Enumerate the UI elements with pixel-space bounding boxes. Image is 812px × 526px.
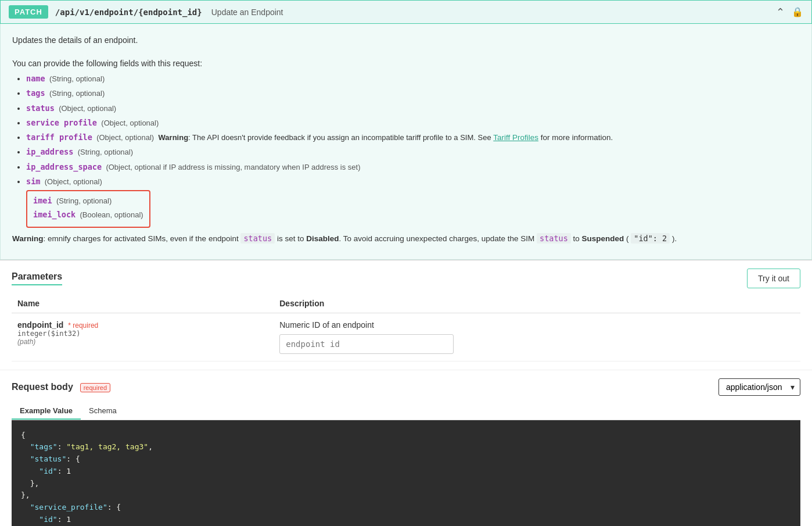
param-required: * required — [68, 321, 98, 330]
field-name: status — [26, 103, 55, 113]
field-name: imei — [33, 196, 52, 205]
bottom-warning: Warning: emnify charges for activated SI… — [12, 234, 800, 243]
list-item: ip_address (String, optional) — [26, 146, 800, 158]
code-line: "id": 1 — [21, 515, 71, 524]
field-type: (Object, optional) — [42, 177, 102, 186]
tab-example-value[interactable]: Example Value — [12, 403, 81, 420]
field-type: (String, optional) — [47, 89, 105, 98]
value-tabs: Example Value Schema — [12, 403, 800, 420]
request-body-title: Request body — [12, 382, 73, 392]
media-type-select[interactable]: application/json — [718, 378, 800, 396]
list-item: tariff profile (Object, optional) Warnin… — [26, 131, 800, 144]
field-name: tariff profile — [26, 133, 92, 142]
code-line: }, — [21, 479, 39, 488]
request-body-header: Request body required application/json — [12, 378, 800, 396]
id-code: "id": 2 — [631, 233, 670, 244]
status-code-2: status — [537, 233, 571, 244]
parameters-title: Parameters — [12, 271, 62, 285]
list-item: sim (Object, optional) imei (String, opt… — [26, 176, 800, 228]
table-row: endpoint_id * required integer($int32) (… — [12, 313, 800, 361]
code-line: "status": { — [21, 455, 80, 463]
desc-line2: You can provide the following fields wit… — [12, 59, 800, 68]
param-name: endpoint_id — [17, 320, 63, 330]
list-item: service profile (Object, optional) — [26, 117, 800, 129]
field-type: (String, optional) — [47, 74, 105, 83]
field-warning: Warning: The API doesn't provide feedbac… — [156, 133, 493, 142]
field-type: (String, optional) — [54, 196, 112, 205]
field-list: name (String, optional) tags (String, op… — [26, 73, 800, 228]
col-description: Description — [274, 294, 800, 313]
disabled-label: Disabled — [306, 234, 339, 243]
parameters-section: Parameters Try it out Name Description e… — [0, 260, 812, 370]
endpoint-path: /api/v1/endpoint/{endpoint_id} — [55, 8, 202, 17]
parameters-header: Parameters Try it out — [12, 269, 800, 288]
field-name: name — [26, 74, 45, 83]
request-body-title-group: Request body required — [12, 382, 110, 392]
content-area: Updates the details of an endpoint. You … — [0, 24, 812, 260]
warning-label: Warning — [12, 234, 44, 243]
endpoint-id-input[interactable] — [279, 334, 454, 354]
code-line: "tags": "tag1, tag2, tag3", — [21, 442, 153, 451]
col-name: Name — [12, 294, 274, 313]
list-item: tags (String, optional) — [26, 87, 800, 99]
list-item: ip_address_space (Object, optional if IP… — [26, 161, 800, 173]
param-name-cell: endpoint_id * required integer($int32) (… — [12, 313, 274, 361]
field-name: tags — [26, 88, 45, 98]
field-type: (Object, optional) — [99, 119, 159, 127]
collapse-icon[interactable]: ⌃ — [776, 6, 785, 19]
field-type: (Boolean, optional) — [78, 210, 143, 219]
request-body-required: required — [80, 383, 110, 392]
sub-item: imei_lock (Boolean, optional) — [33, 209, 143, 221]
endpoint-header: PATCH /api/v1/endpoint/{endpoint_id} Upd… — [0, 0, 812, 24]
status-code-1: status — [240, 233, 275, 244]
code-block: { "tags": "tag1, tag2, tag3", "status": … — [12, 420, 800, 527]
field-type: (Object, optional if IP address is missi… — [104, 163, 361, 171]
code-line: "id": 1 — [21, 467, 71, 475]
params-table: Name Description endpoint_id * required … — [12, 294, 800, 362]
method-badge: PATCH — [9, 5, 48, 19]
tab-schema[interactable]: Schema — [81, 403, 125, 420]
tariff-profiles-link[interactable]: Tariff Profiles — [493, 133, 538, 142]
param-location: (path) — [17, 338, 268, 346]
suspended-label: Suspended — [582, 234, 624, 243]
warning-end: for more information. — [541, 133, 613, 142]
param-description: Numeric ID of an endpoint — [279, 320, 795, 330]
code-line: }, — [21, 491, 30, 499]
field-type: (String, optional) — [76, 148, 133, 156]
field-name: ip_address_space — [26, 162, 102, 171]
field-type: (Object, optional) — [57, 104, 117, 113]
field-name: imei_lock — [33, 210, 76, 219]
field-name: ip_address — [26, 147, 73, 156]
param-description-cell: Numeric ID of an endpoint — [274, 313, 800, 361]
lock-icon: 🔒 — [792, 6, 803, 17]
list-item: name (String, optional) — [26, 73, 800, 85]
try-it-out-button[interactable]: Try it out — [747, 269, 800, 288]
field-name: sim — [26, 177, 40, 186]
field-type: (Object, optional) — [95, 133, 155, 142]
list-item: status (Object, optional) — [26, 102, 800, 114]
code-line: "service_profile": { — [21, 503, 121, 511]
description-block: Updates the details of an endpoint. You … — [12, 35, 800, 259]
field-name: service profile — [26, 118, 97, 127]
desc-line1: Updates the details of an endpoint. — [12, 35, 800, 45]
sub-item: imei (String, optional) — [33, 195, 143, 207]
endpoint-summary: Update an Endpoint — [211, 8, 283, 17]
param-type: integer($int32) — [17, 330, 268, 338]
request-body-section: Request body required application/json E… — [0, 370, 812, 527]
media-type-wrapper[interactable]: application/json — [718, 378, 800, 396]
code-line: { — [21, 431, 26, 439]
sim-sub-fields: imei (String, optional) imei_lock (Boole… — [26, 190, 150, 228]
